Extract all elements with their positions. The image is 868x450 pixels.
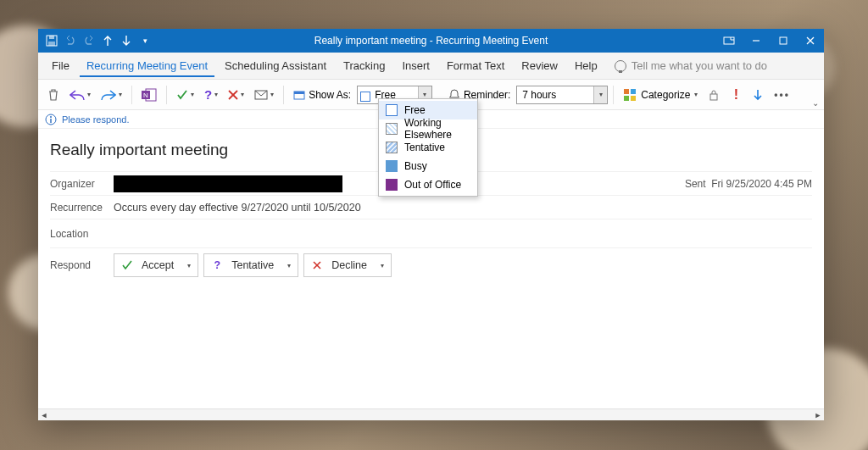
svg-rect-17 xyxy=(631,89,636,94)
show-as-dropdown: Free Working Elsewhere Tentative Busy Ou… xyxy=(378,98,478,197)
save-icon[interactable] xyxy=(43,32,60,49)
low-importance-button[interactable] xyxy=(748,84,768,106)
show-as-option-out-of-office[interactable]: Out of Office xyxy=(379,175,477,194)
categorize-button[interactable]: Categorize▾ xyxy=(619,84,702,106)
send-down-icon[interactable] xyxy=(118,32,135,49)
accept-split-button[interactable]: ▾ xyxy=(172,84,198,106)
recurrence-row: Recurrence Occurs every day effective 9/… xyxy=(50,195,812,219)
tab-format-text[interactable]: Format Text xyxy=(440,54,511,77)
recurrence-value: Occurs every day effective 9/27/2020 unt… xyxy=(114,202,361,214)
respond-row: Respond Accept▾ ? Tentative▾ Decline▾ xyxy=(50,247,812,277)
quick-access-toolbar: ▾ xyxy=(38,32,153,49)
organizer-value-redacted xyxy=(114,175,342,192)
swatch-out-of-office-icon xyxy=(386,179,398,191)
show-as-option-tentative[interactable]: Tentative xyxy=(379,138,477,157)
tell-me-placeholder: Tell me what you want to do xyxy=(632,59,767,72)
info-text: Please respond. xyxy=(62,114,130,125)
lock-icon xyxy=(708,89,720,101)
decline-button[interactable]: Decline▾ xyxy=(303,253,392,277)
scroll-left-icon[interactable]: ◄ xyxy=(38,411,50,419)
question-icon: ? xyxy=(211,259,223,271)
checkmark-icon xyxy=(121,260,133,270)
scroll-right-icon[interactable]: ► xyxy=(812,411,824,419)
svg-rect-23 xyxy=(50,119,51,123)
sent-info: Sent Fri 9/25/2020 4:45 PM xyxy=(685,178,812,190)
tab-review[interactable]: Review xyxy=(515,54,565,77)
svg-rect-5 xyxy=(780,37,787,44)
tab-help[interactable]: Help xyxy=(568,54,604,77)
svg-rect-18 xyxy=(624,96,629,101)
outlook-meeting-window: ▾ Really important meeting - Recurring M… xyxy=(38,29,824,420)
redo-icon[interactable] xyxy=(81,32,97,49)
show-as-option-working-elsewhere[interactable]: Working Elsewhere xyxy=(379,119,477,138)
forward-button[interactable]: ▾ xyxy=(97,84,126,106)
ribbon-display-button[interactable] xyxy=(715,29,743,53)
calendar-icon xyxy=(293,90,305,100)
reminder-combobox[interactable]: 7 hours ▾ xyxy=(516,86,608,104)
svg-rect-2 xyxy=(48,42,55,46)
arrow-down-icon xyxy=(753,89,763,101)
svg-text:N: N xyxy=(143,92,148,99)
recurrence-label: Recurrence xyxy=(50,202,114,214)
info-icon xyxy=(45,114,57,125)
decline-split-button[interactable]: ▾ xyxy=(224,84,248,106)
high-importance-button[interactable]: ! xyxy=(726,84,746,106)
respond-label: Respond xyxy=(50,259,114,271)
send-up-icon[interactable] xyxy=(99,32,116,49)
swatch-free-icon xyxy=(386,104,398,116)
tab-insert[interactable]: Insert xyxy=(395,54,437,77)
show-as-option-busy[interactable]: Busy xyxy=(379,157,477,175)
svg-rect-3 xyxy=(724,37,734,44)
svg-rect-1 xyxy=(49,36,54,39)
title-bar: ▾ Really important meeting - Recurring M… xyxy=(38,29,824,53)
minimize-button[interactable] xyxy=(743,29,770,53)
window-title: Really important meeting - Recurring Mee… xyxy=(38,35,824,47)
close-button[interactable] xyxy=(797,29,824,53)
qat-customize-icon[interactable]: ▾ xyxy=(136,32,153,49)
tentative-split-button[interactable]: ?▾ xyxy=(200,84,222,106)
x-icon xyxy=(311,261,323,269)
svg-rect-19 xyxy=(631,96,636,101)
horizontal-scrollbar[interactable]: ◄ ► xyxy=(38,408,824,420)
collapse-ribbon-icon[interactable]: ⌄ xyxy=(812,98,819,108)
organizer-label: Organizer xyxy=(50,178,114,190)
reply-button[interactable]: ▾ xyxy=(65,84,95,106)
private-button[interactable] xyxy=(704,84,724,106)
categorize-icon xyxy=(623,88,637,102)
tab-scheduling-assistant[interactable]: Scheduling Assistant xyxy=(218,54,333,77)
location-label: Location xyxy=(50,228,114,240)
tab-file[interactable]: File xyxy=(45,54,76,77)
tab-tracking[interactable]: Tracking xyxy=(337,54,392,77)
respond-split-button[interactable]: ▾ xyxy=(250,84,278,106)
undo-icon[interactable] xyxy=(62,32,79,49)
svg-rect-15 xyxy=(294,92,304,94)
tab-recurring-meeting-event[interactable]: Recurring Meeting Event xyxy=(80,54,214,77)
svg-rect-16 xyxy=(624,89,629,94)
ribbon-tabs: File Recurring Meeting Event Scheduling … xyxy=(38,53,824,80)
onenote-button[interactable]: N xyxy=(137,84,161,106)
accept-button[interactable]: Accept▾ xyxy=(114,253,198,277)
swatch-busy-icon xyxy=(386,160,398,172)
tell-me-search[interactable]: Tell me what you want to do xyxy=(615,59,767,72)
svg-point-22 xyxy=(50,116,52,118)
maximize-button[interactable] xyxy=(770,29,797,53)
svg-rect-20 xyxy=(710,94,717,100)
tentative-button[interactable]: ? Tentative▾ xyxy=(203,253,298,277)
chevron-down-icon[interactable]: ▾ xyxy=(593,86,607,103)
delete-button[interactable] xyxy=(43,84,64,106)
location-row: Location xyxy=(50,219,812,247)
swatch-working-elsewhere-icon xyxy=(386,123,398,135)
more-actions-button[interactable]: ••• xyxy=(770,84,794,106)
swatch-tentative-icon xyxy=(386,142,398,153)
show-as-label: Show As: xyxy=(289,84,355,106)
reminder-value: 7 hours xyxy=(522,89,556,101)
lightbulb-icon xyxy=(615,60,626,72)
